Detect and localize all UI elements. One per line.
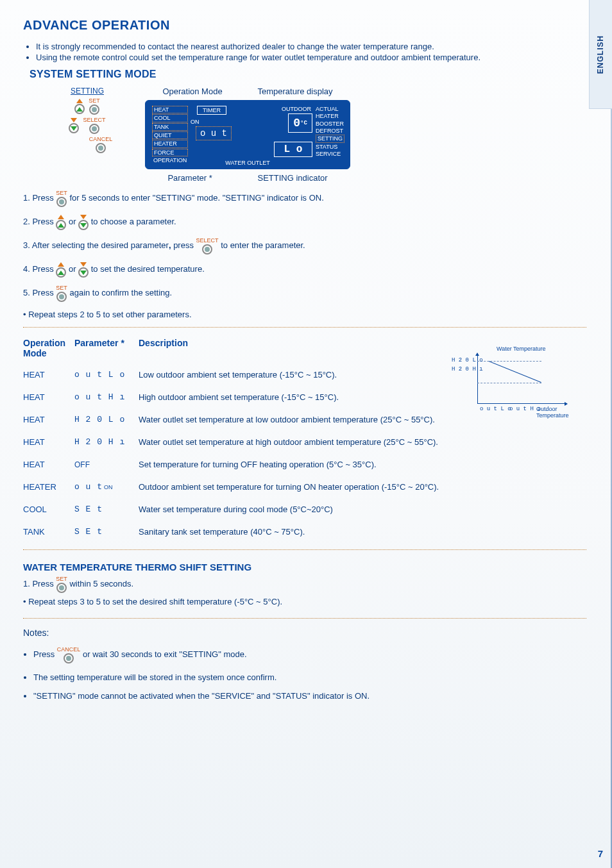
table-row: HEATH 2 0 H ıWater outlet set temperatur… [23,431,586,453]
remote-group-label: SETTING [49,87,126,96]
lcd-outdoor-value: 0°C [288,113,312,133]
steps-list: 1. Press SET for 5 seconds to enter "SET… [23,190,586,319]
lcd-param-value: o u t [196,126,232,140]
table-row: HEATERo u tONOutdoor ambient set tempera… [23,476,586,498]
table-row: TANKS E tSanitary tank set temperature (… [23,521,586,543]
thermo-heading: WATER TEMPERATURE THERMO SHIFT SETTING [23,562,586,572]
chevron-down-icon [71,118,77,122]
notes-list: Press CANCEL or wait 30 seconds to exit … [23,647,586,701]
section-heading: SYSTEM SETTING MODE [30,69,586,80]
lcd-label-setting-indicator: SETTING indicator [258,173,328,183]
remote-cluster: SETTING SET [49,87,126,153]
select-button-inline: SELECT [196,238,219,255]
divider [23,327,586,328]
lcd-on-label: ON [191,119,200,125]
page-title: ADVANCE OPERATION [23,18,586,33]
chevron-down-icon [80,262,87,267]
down-button-inline [78,215,89,230]
cancel-button: CANCEL [89,137,113,153]
thermo-repeat: • Repeat steps 3 to 5 to set the desired… [23,597,586,606]
down-button-inline [78,262,89,278]
display-row: SETTING SET [49,87,586,183]
lcd-opmode-column: HEAT COOL TANK QUIET HEATER FORCE OPERAT… [152,106,188,164]
chevron-up-icon [58,215,64,219]
chart-ytick: H 2 0 H ı [452,366,483,372]
th-mode: Operation Mode [23,334,74,363]
set-button-inline: SET [56,285,67,302]
lcd-label-opmode: Operation Mode [162,87,222,96]
lcd-screen: HEAT COOL TANK QUIET HEATER FORCE OPERAT… [145,100,350,169]
lcd-status-column: ACTUAL HEATER BOOSTER DEFROST SETTING ST… [316,106,344,158]
table-row: COOLS E tWater set temperature during co… [23,498,586,521]
step-repeat: • Repeat steps 2 to 5 to set other param… [23,310,586,319]
chart-ylabel: Water Temperature [497,346,546,352]
lcd-label-tempdisp: Temperature display [258,87,333,96]
set-button-inline: SET [56,576,67,593]
step-5: 5. Press SET again to confirm the settin… [23,285,586,302]
cancel-button-inline: CANCEL [57,647,81,664]
axis-x [477,403,567,404]
chart-xlabel: Outdoor Temperature [536,406,586,419]
up-button-inline [56,262,66,278]
note-item: The setting temperature will be stored i… [33,672,586,682]
step-2: 2. Press or to choose a parameter. [23,215,586,230]
language-tab: ENGLISH [589,0,612,109]
dash-line [477,361,541,362]
intro-item: Using the remote control could set the t… [36,53,586,62]
page-number: 7 [598,848,603,859]
note-item: Press CANCEL or wait 30 seconds to exit … [33,647,586,664]
chart-line [489,361,541,383]
lcd-display: Operation Mode Temperature display HEAT … [145,87,350,183]
divider [23,618,586,619]
lcd-wateroutlet-value: L o [274,142,312,157]
set-button: SET [89,98,100,115]
chevron-down-icon [80,215,87,219]
chevron-up-icon [76,99,83,103]
setpoint-chart: Water Temperature H 2 0 L o H 2 0 H ı o … [426,347,586,417]
chart-xtick: o u t L o [480,406,511,412]
up-button [74,99,85,114]
th-param: Parameter * [74,334,139,363]
lcd-label-parameter: Parameter * [167,173,212,183]
notes-heading: Notes: [23,628,586,638]
table-row: HEATOFFSet temperature for turning OFF h… [23,453,586,476]
dash-line [477,383,541,383]
set-button-inline: SET [56,190,67,207]
page: ENGLISH ADVANCE OPERATION It is strongly… [0,0,612,868]
step-1: 1. Press SET for 5 seconds to enter "SET… [23,190,586,207]
thermo-step-1: 1. Press SET within 5 seconds. [23,576,586,593]
step-4: 4. Press or to set the desired temperatu… [23,262,586,278]
up-button-inline [56,215,66,230]
table-with-chart: Operation Mode Parameter * Description H… [23,334,586,543]
chart-ytick: H 2 0 L o [452,357,483,363]
lcd-outdoor-label: OUTDOOR [282,106,311,112]
down-button [69,118,79,133]
note-item: "SETTING" mode cannot be activated when … [33,691,586,701]
divider [23,549,586,550]
intro-list: It is strongly recommended to contact th… [30,42,586,62]
lcd-wateroutlet-label: WATER OUTLET [225,160,270,166]
intro-item: It is strongly recommended to contact th… [36,42,586,51]
chevron-up-icon [58,262,64,267]
select-button: SELECT [83,117,105,134]
step-3: 3. After selecting the desired parameter… [23,238,586,255]
language-tab-label: ENGLISH [597,35,606,73]
lcd-timer: TIMER [197,106,226,115]
